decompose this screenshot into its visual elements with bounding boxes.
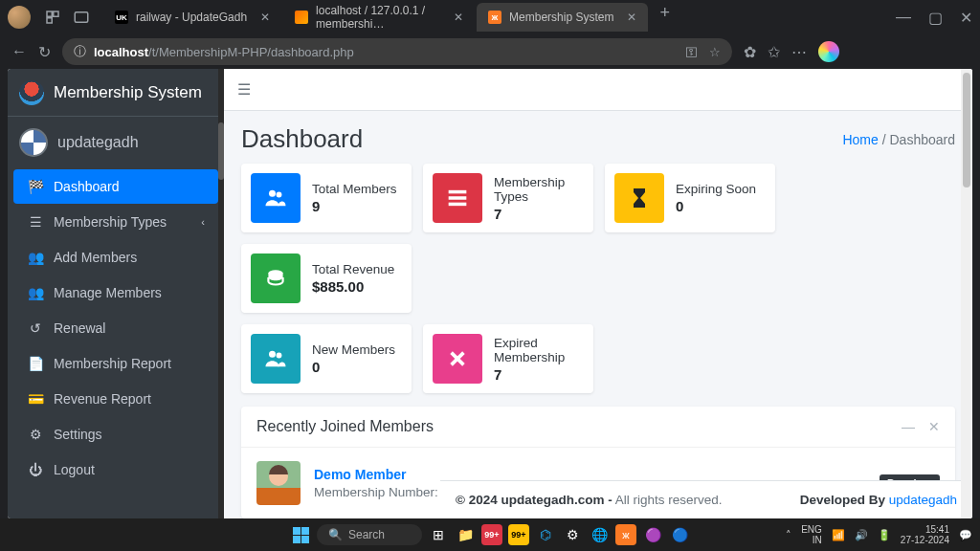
language-indicator[interactable]: ENGIN <box>801 524 822 545</box>
sidebar-item-renewal[interactable]: ↺Renewal <box>13 311 218 345</box>
stat-card-total-members[interactable]: Total Members9 <box>241 164 412 232</box>
sidebar-item-label: Logout <box>54 462 95 477</box>
sidebar-item-settings[interactable]: ⚙Settings <box>13 417 218 452</box>
new-tab-button[interactable]: + <box>650 3 679 32</box>
stat-cards-row: New Members0 Expired Membership7 <box>224 324 972 393</box>
workspaces-icon[interactable] <box>44 9 61 26</box>
copilot-icon[interactable] <box>818 41 839 62</box>
battery-icon[interactable]: 🔋 <box>878 529 891 541</box>
sidebar-item-logout[interactable]: ⏻Logout <box>13 452 218 487</box>
topbar: ☰ <box>224 69 972 111</box>
refresh-icon[interactable]: ↻ <box>38 43 51 61</box>
stat-card-total-revenue[interactable]: Total Revenue$885.00 <box>241 244 412 313</box>
sidebar-item-label: Revenue Report <box>54 391 151 407</box>
browser-tab[interactable]: жMembership System✕ <box>477 3 648 32</box>
volume-icon[interactable]: 🔊 <box>855 529 868 541</box>
address-bar[interactable]: ⓘ localhost/t/MembershipM-PHP/dashboard.… <box>62 38 732 65</box>
browser-tab[interactable]: UKrailway - UpdateGadh✕ <box>103 3 281 32</box>
stat-label: Membership Types <box>494 175 584 204</box>
tab-actions-icon[interactable] <box>73 9 90 26</box>
sidebar-item-manage-members[interactable]: 👥Manage Members <box>13 276 218 310</box>
tray-chevron-icon[interactable]: ˄ <box>786 529 791 541</box>
minimize-icon[interactable]: — <box>896 9 911 27</box>
stat-card-expiring-soon[interactable]: Expiring Soon0 <box>605 164 775 232</box>
stat-label: New Members <box>312 342 395 357</box>
url-host: localhost <box>94 45 148 59</box>
undo-icon: ↺ <box>27 320 44 336</box>
brand[interactable]: Membership System <box>8 69 224 117</box>
favorites-bar-icon[interactable]: ✩ <box>768 43 780 61</box>
stat-value: 7 <box>494 366 584 383</box>
main-scrollbar[interactable] <box>961 69 972 518</box>
file-icon: 📄 <box>27 356 44 371</box>
site-info-icon[interactable]: ⓘ <box>74 43 86 60</box>
svg-rect-2 <box>47 18 52 23</box>
vscode-icon[interactable]: ⌬ <box>535 524 556 545</box>
browser-titlebar: UKrailway - UpdateGadh✕ localhost / 127.… <box>0 0 980 34</box>
stat-value: 0 <box>676 198 756 214</box>
breadcrumb-home-link[interactable]: Home <box>842 132 878 147</box>
stat-card-new-members[interactable]: New Members0 <box>241 324 412 393</box>
close-icon[interactable]: ✕ <box>260 11 270 24</box>
chevron-left-icon: ‹ <box>201 216 205 228</box>
sidebar-item-membership-report[interactable]: 📄Membership Report <box>13 346 218 381</box>
browser-tab[interactable]: localhost / 127.0.0.1 / membershi…✕ <box>283 3 475 32</box>
sidebar-user[interactable]: updategadh <box>8 117 224 168</box>
url-path: /t/MembershipM-PHP/dashboard.php <box>148 45 354 59</box>
app-window: Membership System updategadh 🏁Dashboard … <box>8 69 972 518</box>
users-icon <box>251 173 301 223</box>
footer-developed-link[interactable]: updategadh <box>889 493 957 507</box>
hamburger-icon[interactable]: ☰ <box>237 80 251 99</box>
footer-developed-label: Developed By <box>800 493 889 507</box>
stat-value: 7 <box>494 206 584 222</box>
taskbar-search[interactable]: 🔍Search <box>317 524 422 545</box>
collapse-icon[interactable]: — <box>902 419 915 434</box>
wifi-icon[interactable]: 📶 <box>832 529 845 541</box>
sidebar-item-label: Renewal <box>54 320 105 336</box>
power-icon: ⏻ <box>27 462 44 477</box>
sidebar-item-revenue-report[interactable]: 💳Revenue Report <box>13 382 218 416</box>
edge-icon[interactable]: 🔵 <box>669 524 690 545</box>
task-view-icon[interactable]: ⊞ <box>428 524 449 545</box>
panel-header: Recently Joined Members — ✕ <box>241 407 955 448</box>
stat-label: Total Members <box>312 182 397 196</box>
sidebar-item-dashboard[interactable]: 🏁Dashboard <box>13 169 218 204</box>
stat-card-expired-membership[interactable]: Expired Membership7 <box>423 324 593 393</box>
favorite-icon[interactable]: ☆ <box>709 45 721 59</box>
app-icon[interactable]: 🟣 <box>642 524 663 545</box>
stat-card-membership-types[interactable]: Membership Types7 <box>423 164 593 232</box>
back-icon[interactable]: ← <box>11 43 27 60</box>
close-icon[interactable]: ✕ <box>454 11 463 24</box>
clock[interactable]: 15:4127-12-2024 <box>901 524 949 545</box>
profile-avatar-icon[interactable] <box>8 6 31 29</box>
panel-title: Recently Joined Members <box>256 418 434 435</box>
explorer-icon[interactable]: 📁 <box>455 524 476 545</box>
window-close-icon[interactable]: ✕ <box>960 9 972 27</box>
breadcrumb-sep: / <box>882 132 890 147</box>
chrome-icon[interactable]: 🌐 <box>589 524 610 545</box>
times-icon <box>433 334 482 384</box>
page-title: Dashboard <box>241 124 363 154</box>
sidebar-item-membership-types[interactable]: ☰Membership Types‹ <box>13 205 218 239</box>
start-icon[interactable] <box>290 524 311 545</box>
sidebar-item-add-members[interactable]: 👥Add Members <box>13 240 218 275</box>
app-icon[interactable]: 99+ <box>481 524 502 545</box>
breadcrumb-current: Dashboard <box>890 132 956 147</box>
close-icon[interactable]: ✕ <box>627 11 636 24</box>
extensions-icon[interactable]: ✿ <box>744 43 756 61</box>
sidebar-item-label: Settings <box>54 427 102 442</box>
password-icon[interactable]: ⚿ <box>685 45 698 59</box>
stat-value: $885.00 <box>312 278 394 295</box>
stat-value: 0 <box>312 359 395 375</box>
breadcrumb: Home / Dashboard <box>842 132 955 147</box>
notifications-icon[interactable]: 💬 <box>959 529 972 541</box>
menu-icon[interactable]: ⋯ <box>791 43 807 61</box>
xampp-icon[interactable]: ж <box>615 524 636 545</box>
user-name: updategadh <box>57 134 139 151</box>
remove-icon[interactable]: ✕ <box>928 419 940 434</box>
app-icon[interactable]: 99+ <box>508 524 529 545</box>
list-icon: ☰ <box>27 214 44 230</box>
maximize-icon[interactable]: ▢ <box>928 9 943 27</box>
settings-icon[interactable]: ⚙ <box>562 524 583 545</box>
users-icon: 👥 <box>27 250 44 265</box>
